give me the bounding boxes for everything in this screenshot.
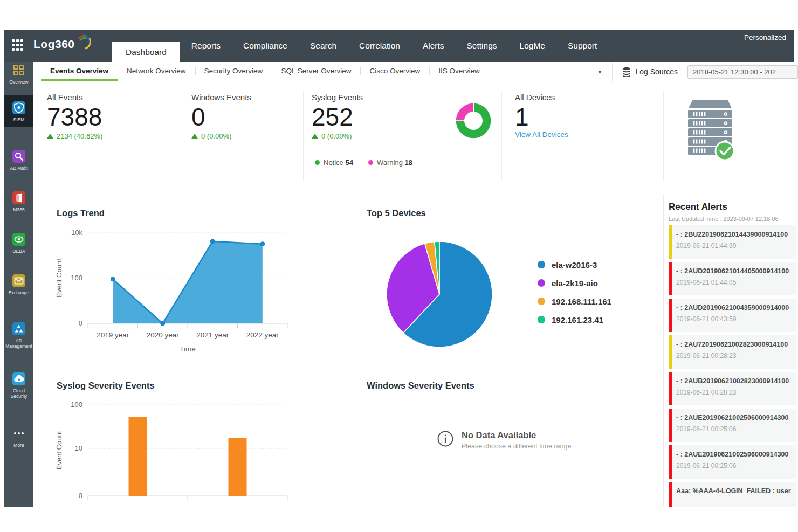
- alert-message: - : 2BU220190621014439000914100: [676, 231, 792, 238]
- legend-item-192.168.111.161[interactable]: 192.168.111.161: [538, 292, 611, 310]
- alert-item[interactable]: - : 2AUE201906210025060009143002019-06-2…: [669, 445, 796, 479]
- stat-value: 252: [312, 102, 353, 132]
- logs-trend-chart[interactable]: 010010kEvent Count2019 year2020 year2021…: [54, 205, 307, 364]
- view-all-devices-link[interactable]: View All Devices: [515, 130, 568, 139]
- date-range-input[interactable]: 2018-05-21 12:30:00 - 202: [687, 65, 798, 79]
- more-tabs-dropdown[interactable]: ▼: [587, 63, 613, 81]
- stat-change: 2134 (40.62%): [47, 132, 102, 140]
- svg-text:Event Count: Event Count: [55, 431, 63, 469]
- alert-severity-bar: [669, 372, 672, 405]
- alert-timestamp: 2019-06-21 00:43:59: [676, 315, 792, 323]
- sidebar-item-exchange[interactable]: Exchange: [4, 274, 33, 295]
- more-dots-icon: [12, 426, 26, 440]
- svg-text:0: 0: [79, 492, 82, 500]
- recent-alerts-title: Recent Alerts: [669, 202, 727, 212]
- syslog-breakdown-legend: Notice 54Warning 18: [315, 158, 412, 167]
- nav-tab-reports[interactable]: Reports: [180, 30, 232, 62]
- nav-tab-alerts[interactable]: Alerts: [411, 30, 456, 62]
- sidebar-item-overview[interactable]: Overview: [4, 63, 33, 85]
- top5-devices-pie-chart[interactable]: [372, 227, 507, 364]
- svg-text:10: 10: [75, 444, 82, 452]
- stat-label: All Events: [47, 93, 83, 102]
- sidebar-separator: [8, 416, 30, 416]
- alert-timestamp: 2019-06-21 00:25:06: [676, 462, 792, 469]
- sidebar-item-more[interactable]: More: [4, 426, 33, 448]
- ueba-eye-icon: [12, 232, 26, 246]
- alert-timestamp: 2019-06-21 00:25:06: [676, 425, 792, 433]
- overview-grid-icon: [12, 63, 26, 77]
- subtab-iis-overview[interactable]: IIS Overview: [429, 62, 489, 81]
- nav-tab-dashboard[interactable]: Dashboard: [112, 42, 180, 62]
- legend-item-warning[interactable]: Warning 18: [368, 158, 412, 167]
- legend-item-notice[interactable]: Notice 54: [315, 158, 353, 167]
- svg-text:Time: Time: [180, 345, 196, 353]
- legend-dot: [538, 316, 545, 323]
- legend-item-ela-2k19-aio[interactable]: ela-2k19-aio: [538, 274, 611, 292]
- nav-tab-search[interactable]: Search: [299, 30, 348, 62]
- subtab-sql-server-overview[interactable]: SQL Server Overview: [272, 62, 360, 81]
- log-sources-button[interactable]: Log Sources: [613, 67, 687, 77]
- alert-item[interactable]: - : 2AUD201906210144050009141002019-06-2…: [669, 262, 796, 295]
- info-icon: [437, 430, 454, 447]
- sidebar-item-label: Exchange: [4, 290, 33, 295]
- divider: [174, 91, 174, 181]
- main-nav: DashboardReportsComplianceSearchCorrelat…: [112, 30, 608, 62]
- alert-message: - : 2AU720190621002823000914100: [676, 341, 792, 348]
- alert-item[interactable]: - : 2AUB201906210028230009141002019-06-2…: [669, 372, 796, 405]
- no-data-title: No Data Available: [462, 430, 571, 440]
- alert-item[interactable]: Aaa: %AAA-4-LOGIN_FAILED : user a: [669, 482, 796, 507]
- legend-dot: [315, 160, 320, 165]
- svg-text:10k: 10k: [71, 229, 82, 237]
- up-arrow-icon: [47, 134, 53, 139]
- app-grid-icon[interactable]: [12, 39, 26, 53]
- server-stack-icon: [680, 96, 740, 162]
- svg-text:2021 year: 2021 year: [196, 331, 229, 339]
- sidebar: OverviewSIEMAD AuditM365UEBAExchangeAD M…: [4, 62, 33, 507]
- sidebar-item-label: M365: [4, 207, 33, 212]
- alert-message: - : 2AUE20190621002506000914300: [676, 414, 792, 422]
- sidebar-item-ueba[interactable]: UEBA: [4, 232, 33, 254]
- sidebar-item-cloud-security[interactable]: Cloud Security: [4, 372, 33, 399]
- syslog-breakdown-donut-chart[interactable]: [453, 100, 494, 143]
- stat-value: 7388: [47, 102, 102, 132]
- subtab-network-overview[interactable]: Network Overview: [118, 62, 195, 81]
- stat-value: 1: [515, 102, 529, 132]
- divider: [355, 195, 355, 507]
- alert-item[interactable]: - : 2AU7201906210028230009141002019-06-2…: [669, 335, 796, 369]
- nav-tab-compliance[interactable]: Compliance: [232, 30, 299, 62]
- subtab-events-overview[interactable]: Events Overview: [41, 62, 118, 81]
- sidebar-item-ad-management[interactable]: AD Management: [4, 322, 33, 349]
- alert-item[interactable]: - : 2AUE201906210025060009143002019-06-2…: [669, 409, 796, 442]
- svg-text:100: 100: [71, 400, 82, 409]
- legend-dot: [538, 261, 545, 268]
- subtab-security-overview[interactable]: Security Overview: [195, 62, 272, 81]
- m365-icon: [12, 191, 26, 205]
- nav-tab-logme[interactable]: LogMe: [508, 30, 556, 62]
- sidebar-item-m365[interactable]: M365: [4, 191, 33, 212]
- syslog-severity-bar-chart[interactable]: 010100Event Count: [54, 377, 307, 507]
- legend-item-ela-w2016-3[interactable]: ela-w2016-3: [538, 255, 611, 274]
- subtab-cisco-overview[interactable]: Cisco Overview: [360, 62, 429, 81]
- nav-tab-support[interactable]: Support: [556, 30, 608, 62]
- sidebar-item-ad-audit[interactable]: AD Audit: [4, 149, 33, 171]
- stat-value: 0: [191, 102, 205, 132]
- alert-severity-bar: [669, 299, 672, 332]
- alert-item[interactable]: - : 2AUD201906210043590009140002019-06-2…: [669, 299, 796, 332]
- legend-item-192.161.23.41[interactable]: 192.161.23.41: [538, 310, 611, 329]
- no-data-hint: Please choose a different time range: [462, 443, 571, 450]
- personalized-label[interactable]: Personalized: [744, 33, 786, 42]
- svg-text:Event Count: Event Count: [55, 259, 63, 298]
- alert-item[interactable]: - : 2BU2201906210144390009141002019-06-2…: [669, 225, 796, 259]
- sidebar-item-label: AD Audit: [4, 165, 33, 171]
- svg-text:2019 year: 2019 year: [97, 331, 129, 339]
- stat-change: 0 (0.00%): [312, 132, 352, 140]
- recent-alerts-last-updated: Last Updated Time : 2023-09-07 12:18:06: [669, 216, 779, 222]
- alert-timestamp: 2019-06-21 00:28:23: [676, 389, 792, 396]
- sidebar-item-siem[interactable]: SIEM: [4, 95, 33, 127]
- nav-tab-correlation[interactable]: Correlation: [348, 30, 411, 62]
- alert-message: - : 2AUD20190621004359000914000: [676, 304, 792, 312]
- nav-tab-settings[interactable]: Settings: [456, 30, 508, 62]
- sidebar-item-label: Overview: [4, 79, 33, 85]
- recent-alerts-list: - : 2BU2201906210144390009141002019-06-2…: [669, 225, 796, 507]
- sidebar-item-label: AD Management: [4, 338, 33, 349]
